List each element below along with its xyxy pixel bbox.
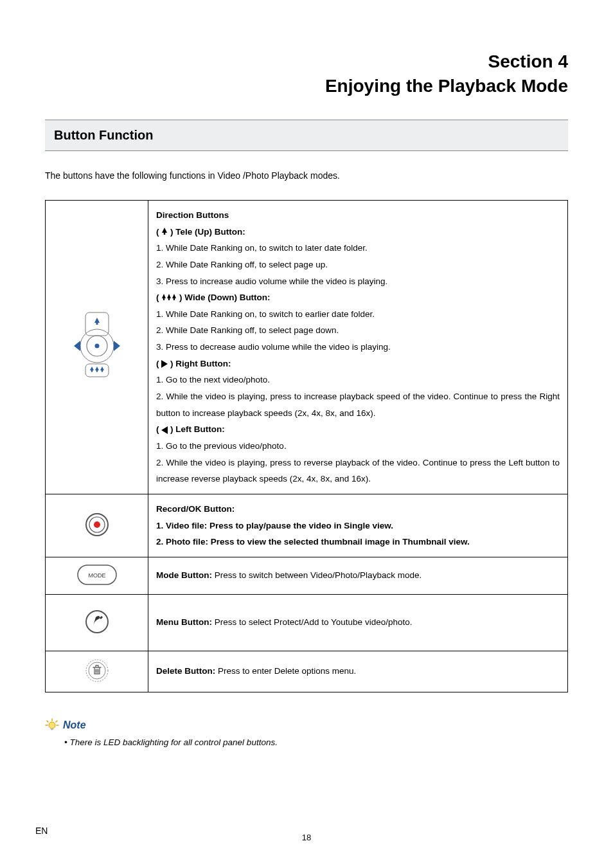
label-prefix: ( — [156, 359, 161, 368]
tele-up-label: ( ) Tele (Up) Button: — [156, 224, 560, 240]
delete-label: Delete Button: — [156, 666, 218, 676]
label-prefix: ( — [156, 424, 161, 434]
lightbulb-icon — [45, 718, 59, 732]
mode-description-cell: Mode Button: Press to switch between Vid… — [148, 557, 568, 594]
table-row: MODE Mode Button: Press to switch betwee… — [46, 557, 568, 594]
tree-triple-icon — [161, 294, 177, 303]
tele-line1: 1. While Date Ranking on, to switch to l… — [156, 240, 560, 257]
note-row: Note — [45, 718, 568, 732]
record-ok-description-cell: Record/OK Button: 1. Video file: Press t… — [148, 494, 568, 557]
delete-icon-cell — [46, 651, 148, 692]
mode-desc: Press to switch between Video/Photo/Play… — [215, 570, 422, 580]
left-line2: 2. While the video is playing, press to … — [156, 455, 560, 487]
table-row: Delete Button: Press to enter Delete opt… — [46, 651, 568, 692]
svg-point-15 — [94, 521, 100, 528]
triangle-left-icon — [161, 426, 168, 434]
menu-desc: Press to select Protect/Add to Youtube v… — [215, 617, 413, 627]
wide-line3: 3. Press to decrease audio volume while … — [156, 339, 560, 356]
record-ok-icon — [84, 512, 110, 538]
label-suffix: ) Left Button: — [170, 424, 225, 434]
table-row: Record/OK Button: 1. Video file: Press t… — [46, 494, 568, 557]
record-ok-line2: 2. Photo file: Press to view the selecte… — [156, 534, 560, 550]
note-label: Note — [63, 719, 86, 731]
delete-desc: Press to enter Delete options menu. — [218, 666, 356, 676]
left-line1: 1. Go to the previous video/photo. — [156, 438, 560, 455]
right-button-label: ( ) Right Button: — [156, 356, 560, 372]
delete-button-icon — [84, 658, 110, 683]
label-suffix: ) Tele (Up) Button: — [170, 227, 245, 237]
menu-icon-cell — [46, 594, 148, 651]
note-bullet: • There is LED backlighting for all cont… — [64, 737, 568, 747]
wide-line2: 2. While Date Ranking off, to select pag… — [156, 322, 560, 339]
svg-rect-4 — [96, 323, 98, 325]
svg-line-22 — [47, 721, 48, 722]
section-label: Section 4 — [45, 51, 568, 72]
menu-button-icon — [84, 609, 110, 635]
record-ok-header: Record/OK Button: — [156, 501, 560, 518]
label-suffix: ) Wide (Down) Button: — [179, 293, 271, 302]
left-button-label: ( ) Left Button: — [156, 421, 560, 438]
svg-rect-8 — [101, 370, 102, 372]
record-ok-icon-cell — [46, 494, 148, 557]
direction-header: Direction Buttons — [156, 207, 560, 224]
right-line2: 2. While the video is playing, press to … — [156, 388, 560, 421]
section-title: Enjoying the Playback Mode — [45, 76, 568, 96]
svg-rect-10 — [163, 298, 164, 300]
table-row: Direction Buttons ( ) Tele (Up) Button: … — [46, 201, 568, 494]
mode-label: Mode Button: — [156, 570, 215, 580]
button-function-heading: Button Function — [45, 120, 568, 151]
svg-rect-7 — [96, 370, 97, 372]
triangle-right-icon — [161, 360, 168, 368]
function-table: Direction Buttons ( ) Tele (Up) Button: … — [45, 200, 568, 692]
record-ok-line1: 1. Video file: Press to play/pause the v… — [156, 518, 560, 534]
svg-point-18 — [86, 611, 108, 633]
wide-down-label: ( ) Wide (Down) Button: — [156, 289, 560, 306]
svg-rect-12 — [173, 298, 175, 300]
right-line1: 1. Go to the next video/photo. — [156, 372, 560, 388]
svg-point-3 — [94, 344, 99, 348]
label-prefix: ( — [156, 227, 161, 237]
direction-pad-icon-cell — [46, 201, 148, 494]
menu-description-cell: Menu Button: Press to select Protect/Add… — [148, 594, 568, 651]
tele-line2: 2. While Date Ranking off, to select pag… — [156, 257, 560, 273]
svg-line-23 — [56, 721, 57, 722]
label-prefix: ( — [156, 293, 161, 302]
footer-page-number: 18 — [0, 833, 613, 842]
svg-point-26 — [49, 722, 55, 728]
svg-text:MODE: MODE — [88, 572, 105, 579]
intro-text: The buttons have the following functions… — [45, 170, 568, 181]
mode-button-icon: MODE — [76, 564, 118, 586]
menu-label: Menu Button: — [156, 617, 215, 627]
svg-rect-27 — [51, 728, 53, 730]
direction-pad-icon — [58, 307, 136, 384]
svg-rect-11 — [168, 298, 170, 300]
tree-single-icon — [161, 228, 168, 237]
table-row: Menu Button: Press to select Protect/Add… — [46, 594, 568, 651]
mode-icon-cell: MODE — [46, 557, 148, 594]
direction-description-cell: Direction Buttons ( ) Tele (Up) Button: … — [148, 201, 568, 494]
delete-description-cell: Delete Button: Press to enter Delete opt… — [148, 651, 568, 692]
svg-rect-9 — [164, 233, 165, 235]
wide-line1: 1. While Date Ranking on, to switch to e… — [156, 306, 560, 323]
tele-line3: 3. Press to increase audio volume while … — [156, 273, 560, 290]
label-suffix: ) Right Button: — [170, 359, 231, 368]
svg-rect-6 — [91, 370, 92, 372]
